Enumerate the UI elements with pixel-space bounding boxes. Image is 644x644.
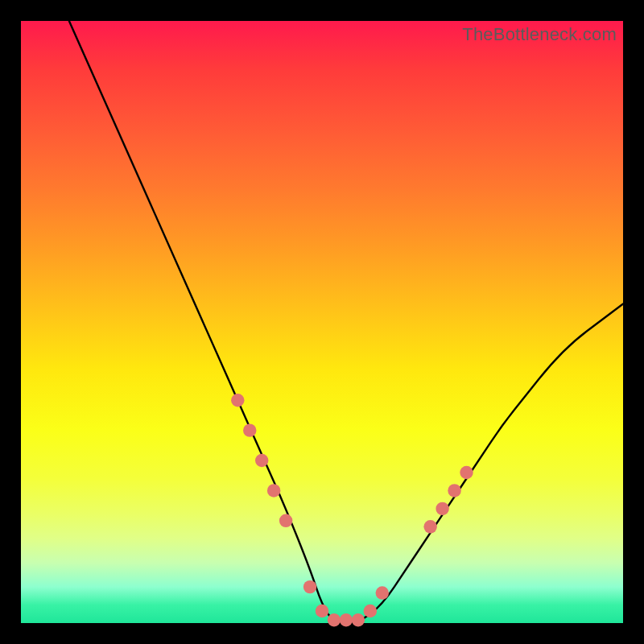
marker-layer — [231, 394, 473, 626]
data-marker — [352, 613, 365, 626]
data-marker — [340, 613, 353, 626]
data-marker — [328, 613, 341, 626]
chart-plot-area: TheBottleneck.com — [21, 21, 623, 623]
data-marker — [364, 605, 377, 617]
data-marker — [460, 466, 473, 479]
data-marker — [423, 520, 436, 533]
data-marker — [231, 394, 244, 407]
chart-svg — [21, 21, 623, 623]
chart-frame: TheBottleneck.com — [0, 0, 644, 644]
data-marker — [279, 514, 292, 527]
data-marker — [436, 502, 448, 515]
data-marker — [448, 484, 460, 497]
data-marker — [255, 454, 268, 467]
data-marker — [267, 484, 280, 497]
data-marker — [243, 423, 256, 436]
data-marker — [303, 580, 316, 593]
data-marker — [376, 586, 389, 599]
curve-line — [69, 21, 623, 623]
data-marker — [316, 605, 328, 617]
